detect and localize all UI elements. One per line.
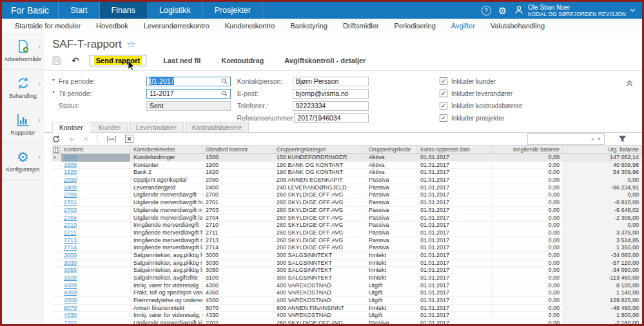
cell-kontonr[interactable]: 1500 bbox=[61, 154, 131, 162]
telefonnr-input[interactable]: 92223334 bbox=[293, 101, 369, 111]
magnifier-icon[interactable] bbox=[221, 90, 228, 97]
kontonr-link[interactable]: 3030 bbox=[64, 260, 77, 266]
cell-kontonr[interactable]: 3100 bbox=[61, 274, 131, 282]
table-row[interactable]: 3100Salgsinntekter, avgiftsfrie3100300 S… bbox=[52, 274, 642, 282]
kontonr-link[interactable]: 2711 bbox=[64, 229, 76, 236]
kontonr-link[interactable]: 2710 bbox=[64, 222, 77, 228]
checkbox-box[interactable]: ✓ bbox=[440, 77, 447, 85]
top-tab-start[interactable]: Start bbox=[59, 2, 99, 19]
tab-kontoer[interactable]: Kontoer bbox=[52, 122, 90, 133]
kontonr-link[interactable]: 2713 bbox=[64, 237, 77, 244]
row-selector-cell[interactable] bbox=[52, 199, 61, 207]
table-row[interactable]: 1920Bank 21920190 BANK OG KONTANTAktiva0… bbox=[52, 169, 642, 177]
cell-kontonr[interactable]: 4360 bbox=[61, 289, 131, 297]
column-header-kontobeskrivelse[interactable]: Kontobeskrivelse bbox=[131, 146, 203, 153]
module-nav-leverandørreskontro[interactable]: Leverandørreskontro bbox=[136, 22, 217, 30]
kontoutdrag-button[interactable]: Kontoutdrag bbox=[215, 55, 270, 66]
clear-filter-icon[interactable]: × bbox=[590, 136, 596, 142]
table-row[interactable]: 2714Inngående merverdiavgift lav ...2714… bbox=[52, 244, 642, 252]
checkbox-inkluder-prosjekter[interactable]: ✓Inkluder prosjekter bbox=[440, 113, 523, 123]
top-tab-prosjekter[interactable]: Prosjekter bbox=[203, 2, 263, 19]
row-selector-cell[interactable] bbox=[52, 184, 61, 192]
undo-icon[interactable]: ↶ bbox=[72, 55, 79, 66]
avgiftskontroll-detaljer-button[interactable]: Avgiftskontroll - detaljer bbox=[278, 55, 372, 66]
status-input[interactable]: Sent bbox=[146, 101, 231, 111]
table-row[interactable]: 2713Inngående merverdiavgift mid...27132… bbox=[52, 237, 642, 245]
cell-kontonr[interactable]: 3050 bbox=[61, 267, 131, 274]
star-outline-icon[interactable]: ☆ bbox=[127, 39, 135, 50]
kontonr-link[interactable]: 8070 bbox=[64, 305, 77, 311]
tab-leverandører[interactable]: Leverandører bbox=[129, 122, 184, 132]
table-row[interactable]: 2702Utgående merverdiavgift kjøp ...2702… bbox=[52, 320, 642, 324]
table-row[interactable]: 4300Innkj. varer for videresalg4300400 V… bbox=[52, 282, 642, 290]
kontonr-link[interactable]: 2700 bbox=[64, 191, 77, 198]
checkbox-inkluder-kunder[interactable]: ✓Inkluder kunder bbox=[440, 76, 523, 86]
sidebar-item-arbeidsområde[interactable]: ›Arbeidsområde bbox=[2, 33, 44, 70]
column-header-konto-opprettet-dato[interactable]: Konto opprettet dato bbox=[418, 146, 492, 153]
checkbox-inkluder-kostnadsbærere[interactable]: ✓Inkluder kostnadsbærere bbox=[440, 101, 523, 111]
cell-kontonr[interactable]: 1920 bbox=[61, 169, 131, 177]
kontonr-link[interactable]: 2703 bbox=[64, 207, 77, 213]
kontonr-link[interactable]: 4360 bbox=[64, 289, 77, 296]
cell-kontonr[interactable]: 2703 bbox=[61, 207, 131, 215]
cell-kontonr[interactable]: 3000 bbox=[61, 252, 131, 260]
row-selector-cell[interactable] bbox=[52, 267, 61, 274]
kontonr-link[interactable]: 1900 bbox=[64, 162, 77, 168]
row-selector-cell[interactable] bbox=[52, 215, 61, 222]
module-nav-kundereskontro[interactable]: Kundereskontro bbox=[217, 22, 283, 30]
table-row[interactable]: 2704Utgående merverdiavgift lav s...2704… bbox=[52, 215, 642, 222]
fit-width-icon[interactable] bbox=[107, 135, 116, 143]
row-selector-cell[interactable] bbox=[52, 305, 61, 312]
table-row[interactable]: ›1500Kundefordringer1500150 KUNDEFORDRIN… bbox=[52, 154, 642, 162]
module-nav-periodisering[interactable]: Periodisering bbox=[387, 22, 444, 30]
module-nav-driftsmidler[interactable]: Driftsmidler bbox=[335, 22, 387, 30]
row-selector-cell[interactable] bbox=[52, 169, 61, 177]
table-row[interactable]: 3000Salgsinntekter, avg.pliktig høy...30… bbox=[52, 252, 642, 260]
row-selector-cell[interactable] bbox=[52, 260, 61, 267]
fra-periode-input[interactable]: 01-2017 bbox=[146, 77, 231, 86]
help-icon[interactable]: ? bbox=[482, 6, 491, 15]
table-row[interactable]: 2400Leverandørgjeld2400240 LEVERANDØRGJE… bbox=[52, 184, 642, 192]
row-selector-cell[interactable] bbox=[52, 162, 61, 169]
table-row[interactable]: 4500Fremmedytelse og underentr...4500400… bbox=[52, 297, 642, 305]
cell-kontonr[interactable]: 2714 bbox=[61, 244, 131, 252]
table-row[interactable]: 2711Inngående merverdiavgift høy...27112… bbox=[52, 229, 642, 237]
kontonr-link[interactable]: 1920 bbox=[64, 169, 77, 175]
row-selector-header[interactable] bbox=[52, 146, 61, 153]
cell-kontonr[interactable]: 2711 bbox=[61, 229, 131, 237]
row-selector-cell[interactable] bbox=[52, 177, 61, 184]
cell-kontonr[interactable]: 2701 bbox=[61, 199, 131, 207]
cell-kontonr[interactable]: 2702 bbox=[61, 320, 131, 324]
kontaktperson-input[interactable]: Bjørn Persson bbox=[293, 77, 369, 86]
export-excel-icon[interactable] bbox=[125, 135, 133, 143]
checkbox-box[interactable]: ✓ bbox=[440, 90, 447, 97]
kontonr-link[interactable]: 4500 bbox=[64, 297, 77, 303]
til-periode-input[interactable]: 11-2017 bbox=[146, 89, 231, 99]
cell-kontonr[interactable]: 4500 bbox=[61, 297, 131, 305]
table-row[interactable]: 2700Utgående merverdiavgift2700260 SKYLD… bbox=[52, 191, 642, 199]
add-row-icon[interactable]: + bbox=[69, 134, 74, 144]
row-selector-cell[interactable] bbox=[52, 222, 61, 229]
kontonr-link[interactable]: 2090 bbox=[64, 177, 77, 183]
kontonr-link[interactable]: 2702 bbox=[64, 320, 77, 324]
table-row[interactable]: 2703Utgående merverdiavgift midd...27032… bbox=[52, 207, 642, 215]
row-selector-cell[interactable] bbox=[52, 237, 61, 245]
column-header-grupperingskategori[interactable]: Grupperingskategori bbox=[274, 146, 366, 153]
row-selector-cell[interactable] bbox=[52, 289, 61, 297]
cell-kontonr[interactable]: 2090 bbox=[61, 177, 131, 184]
table-row[interactable]: 2701Utgående merverdiavgift høy ...27012… bbox=[52, 199, 642, 207]
checkbox-inkluder-leverandører[interactable]: ✓Inkluder leverandører bbox=[440, 88, 523, 99]
cell-kontonr[interactable]: 4330 bbox=[61, 312, 131, 320]
kontonr-link[interactable]: 3100 bbox=[64, 274, 77, 281]
kontonr-link[interactable]: 2704 bbox=[64, 215, 77, 221]
column-header-standard-kontonr[interactable]: Standard kontonr. bbox=[203, 146, 274, 153]
cell-kontonr[interactable]: 4300 bbox=[61, 282, 131, 290]
grid-filter-input[interactable] bbox=[528, 135, 590, 142]
row-selector-cell[interactable] bbox=[52, 320, 61, 324]
kontonr-link[interactable]: 4330 bbox=[64, 312, 77, 318]
top-tab-logistikk[interactable]: Logistikk bbox=[148, 2, 203, 19]
tab-kunder[interactable]: Kunder bbox=[92, 122, 128, 132]
last-ned-fil-button[interactable]: Last ned fil bbox=[157, 55, 207, 66]
column-header-utg-balanse[interactable]: Utg. balanse bbox=[563, 146, 642, 153]
refresh-icon[interactable] bbox=[52, 135, 60, 143]
